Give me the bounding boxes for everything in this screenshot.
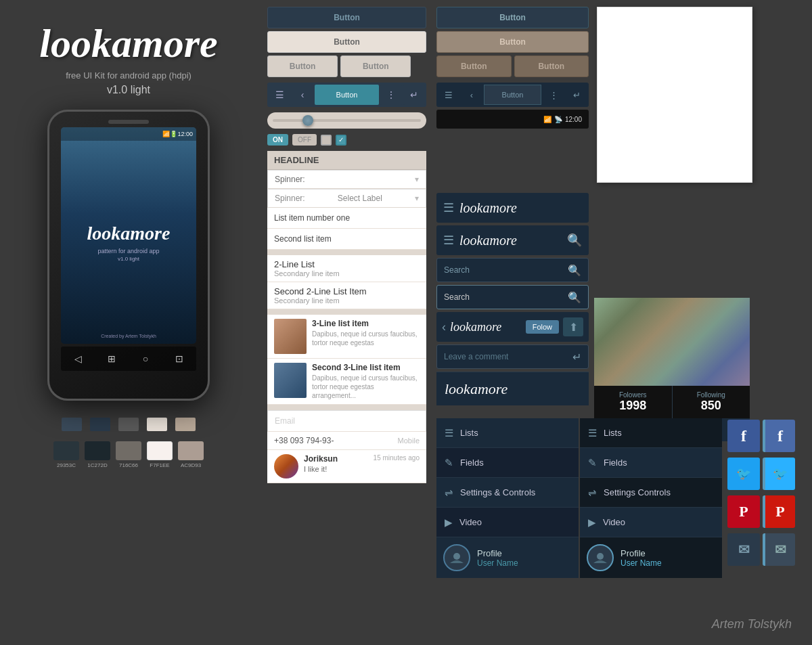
list-item-1[interactable]: List item number one	[267, 208, 426, 229]
white-frame-outer	[597, 7, 752, 183]
dark-back-icon[interactable]: ‹	[442, 320, 446, 334]
toggle-off[interactable]: OFF	[292, 134, 317, 146]
phone-search-btn[interactable]: ○	[137, 351, 154, 367]
light-half-button-2[interactable]: Button	[340, 55, 411, 77]
dark-primary-button[interactable]: Button	[436, 7, 589, 28]
menu-item-video-2[interactable]: ▶ Video	[580, 508, 722, 537]
light-half-button-1[interactable]: Button	[267, 55, 338, 77]
spinner-field-2[interactable]: Spinner: Select Label ▾	[267, 189, 426, 208]
dark-toolbar-center[interactable]: Button	[484, 85, 541, 105]
facebook-button-2[interactable]: f	[763, 420, 795, 452]
dark-half-button-1[interactable]: Button	[436, 55, 512, 77]
comment-content: Joriksun 15 minutes ago I like it!	[304, 454, 420, 473]
dark-wifi-icon: 📶	[543, 116, 551, 123]
dark-search-icon-1[interactable]: 🔍	[567, 233, 582, 248]
slider-track[interactable]	[273, 119, 421, 122]
three-line-item-1[interactable]: 3-Line list item Dapibus, neque id cursu…	[267, 315, 426, 359]
comment-avatar	[274, 454, 298, 479]
settings-label-1: Settings & Controls	[460, 487, 535, 497]
facebook-button-1[interactable]: f	[727, 420, 760, 452]
menu-item-profile-2[interactable]: Profile User Name	[580, 537, 722, 578]
mail-button-1[interactable]: ✉	[727, 533, 760, 566]
dark-time: 12:00	[565, 116, 582, 123]
phone-screen: 📶 🔋 12:00 lookamore pattern for android …	[61, 127, 196, 344]
spinner-field-1[interactable]: Spinner: ▾	[267, 170, 426, 189]
dark-toolbar-back-icon[interactable]: ‹	[461, 85, 482, 105]
lists-icon-1: ☰	[445, 427, 453, 439]
menu-item-lists-2[interactable]: ☰ Lists	[580, 418, 722, 448]
lists-label-1: Lists	[460, 428, 478, 438]
comment-header: Joriksun 15 minutes ago	[304, 454, 420, 464]
two-line-secondary-1: Secondary line item	[274, 269, 420, 277]
dark-half-button-2[interactable]: Button	[514, 55, 589, 77]
svg-point-1	[597, 553, 604, 560]
slider-thumb[interactable]	[302, 115, 313, 126]
toggle-on[interactable]: ON	[267, 134, 288, 146]
phone-wifi-icon: 📶	[162, 131, 170, 137]
light-secondary-button[interactable]: Button	[267, 31, 426, 53]
swatch-4: F7F1EE	[147, 441, 173, 468]
twitter-button-1[interactable]: 🐦	[727, 458, 760, 490]
dark-search-placeholder-2: Search	[444, 292, 562, 302]
pinterest-button-2[interactable]: P	[763, 495, 795, 528]
dark-app-bar-1: ☰ lookamore	[436, 193, 589, 223]
settings-icon-1: ⇌	[445, 487, 453, 499]
dark-toolbar-enter-icon[interactable]: ↵	[566, 85, 587, 105]
light-primary-button[interactable]: Button	[267, 7, 426, 28]
social-row-facebook: f f	[727, 420, 802, 452]
menu-item-fields-1[interactable]: ✎ Fields	[436, 448, 579, 478]
dark-share-button[interactable]: ⬆	[563, 317, 583, 336]
dark-app-bar-2: ☰ lookamore 🔍	[436, 225, 589, 255]
menu-col-2: ☰ Lists ✎ Fields ⇌ Settings Controls ▶ V…	[580, 418, 722, 578]
form-section: HEADLINE Spinner: ▾ Spinner: Select Labe…	[267, 151, 426, 483]
dark-comment-field[interactable]: Leave a comment ↵	[436, 344, 589, 369]
spinner-value-2: Select Label	[338, 194, 382, 203]
toolbar-overflow-icon[interactable]: ⋮	[380, 85, 402, 105]
swatch-box-3	[116, 441, 141, 460]
email-field[interactable]: Email	[267, 410, 426, 432]
toolbar-center-button[interactable]: Button	[315, 85, 379, 105]
dark-secondary-button[interactable]: Button	[436, 31, 589, 53]
video-label-1: Video	[459, 517, 482, 527]
toggle-checkbox-unchecked[interactable]	[321, 135, 332, 146]
pinterest-button-1[interactable]: P	[727, 495, 760, 528]
toolbar-back-icon[interactable]: ‹	[292, 85, 313, 105]
dark-search-placeholder-1: Search	[444, 265, 562, 275]
two-line-primary-2: Second 2-Line List Item	[274, 286, 420, 296]
three-line-item-2[interactable]: Second 3-Line list item Dapibus, neque i…	[267, 359, 426, 405]
toolbar-menu-icon[interactable]: ☰	[269, 85, 290, 105]
dark-search-field-2[interactable]: Search 🔍	[436, 285, 589, 309]
lists-icon-2: ☰	[588, 427, 597, 439]
three-line-title-1: 3-Line list item	[312, 319, 420, 328]
three-line-content-2: Second 3-Line list item Dapibus, neque i…	[312, 363, 420, 400]
twitter-button-2[interactable]: 🐦	[763, 458, 795, 490]
dark-search-field-1[interactable]: Search 🔍	[436, 258, 589, 282]
phone-back-btn[interactable]: ◁	[70, 351, 86, 367]
phone-field[interactable]: +38 093 794-93- Mobile	[267, 432, 426, 450]
toggle-checkbox-checked[interactable]: ✓	[336, 135, 346, 146]
dark-comment-send-icon[interactable]: ↵	[572, 351, 581, 363]
phone-home-btn[interactable]: ⊞	[104, 351, 120, 367]
menu-item-settings-2[interactable]: ⇌ Settings Controls	[580, 478, 722, 508]
two-line-item-1[interactable]: 2-Line List Secondary line item	[267, 255, 426, 282]
profile-info-2: Profile User Name	[621, 548, 662, 568]
menu-item-fields-2[interactable]: ✎ Fields	[580, 448, 722, 478]
settings-label-2: Settings Controls	[604, 487, 671, 497]
menu-item-settings-1[interactable]: ⇌ Settings & Controls	[436, 478, 579, 508]
phone-menu-btn[interactable]: ⊡	[171, 351, 187, 367]
dark-toolbar-menu-icon[interactable]: ☰	[438, 85, 459, 105]
video-icon-1: ▶	[445, 516, 453, 529]
menu-item-profile-1[interactable]: Profile User Name	[436, 537, 579, 578]
menu-item-lists-1[interactable]: ☰ Lists	[436, 418, 579, 448]
two-line-item-2[interactable]: Second 2-Line List Item Secondary line i…	[267, 282, 426, 309]
credits-icons	[62, 418, 196, 431]
dark-toolbar-overflow-icon[interactable]: ⋮	[543, 85, 564, 105]
fields-icon-1: ✎	[445, 457, 453, 469]
dark-btn-row-3: Button Button	[436, 55, 589, 77]
menu-item-video-1[interactable]: ▶ Video	[436, 508, 579, 537]
mail-button-2[interactable]: ✉	[763, 533, 795, 566]
toolbar-enter-icon[interactable]: ↵	[403, 85, 425, 105]
list-item-2[interactable]: Second list item	[267, 229, 426, 250]
dark-app-logo-1: lookamore	[459, 200, 582, 216]
dark-follow-button[interactable]: Folow	[526, 320, 559, 334]
